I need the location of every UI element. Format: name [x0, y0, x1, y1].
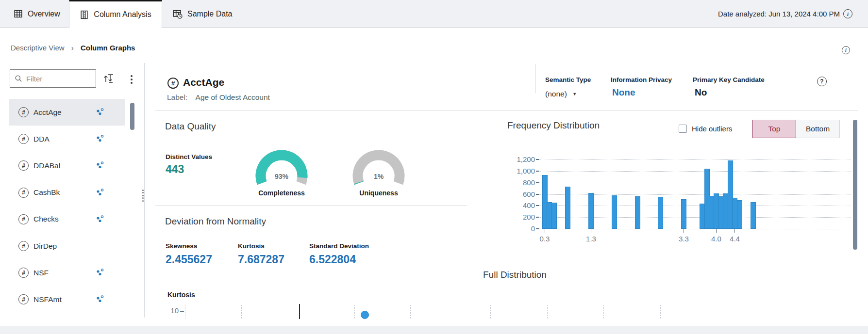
data-quality-title: Data Quality: [165, 121, 216, 132]
kurtosis-gridline: [185, 311, 465, 311]
main-scrollbar[interactable]: [853, 120, 857, 250]
numeric-column-icon: #: [18, 134, 29, 144]
y-tick-mark: [536, 205, 539, 206]
completeness-gauge: 93%Completeness: [255, 148, 308, 189]
sort-icon[interactable]: [102, 73, 115, 85]
column-label-row: Label: Age of Oldest Account: [167, 93, 270, 102]
frequency-bar: [565, 187, 570, 229]
normality-title: Deviation from Normality: [165, 216, 266, 227]
primary-key-label: Primary Key Candidate: [693, 76, 765, 83]
info-icon[interactable]: i: [843, 9, 852, 18]
numeric-column-icon: #: [167, 78, 179, 89]
filter-input[interactable]: [26, 75, 87, 83]
top-button[interactable]: Top: [752, 120, 796, 138]
full-dist-vgrid: [660, 305, 661, 318]
gridline: [540, 229, 851, 229]
sidebar-item-Checks[interactable]: #Checks: [9, 206, 125, 233]
sidebar-divider: [144, 63, 145, 318]
help-icon[interactable]: ?: [817, 77, 827, 86]
frequency-bar: [751, 202, 756, 229]
x-tick-mark: [591, 229, 591, 233]
sidebar-item-DDA[interactable]: #DDA: [9, 126, 125, 152]
y-tick-label: 400: [496, 201, 535, 209]
y-tick-label: 1,000: [496, 167, 535, 175]
sidebar-item-DDABal[interactable]: #DDABal: [9, 152, 125, 179]
breadcrumb-parent[interactable]: Descriptive View: [11, 44, 65, 52]
sidebar-item-NSF[interactable]: #NSF: [9, 259, 125, 286]
information-privacy-value: None: [612, 87, 635, 98]
gridline: [540, 183, 851, 183]
y-tick-label: 200: [496, 213, 535, 221]
column-name: NSFAmt: [33, 295, 62, 304]
x-tick-mark: [684, 229, 684, 233]
y-tick-mark: [536, 217, 539, 218]
y-tick-mark: [536, 194, 539, 195]
uniqueness-gauge: 1%Uniqueness: [352, 148, 405, 189]
scatter-plot-icon[interactable]: [96, 268, 104, 277]
gridline: [540, 194, 851, 195]
kebab-menu-icon[interactable]: [129, 74, 134, 85]
kurtosis-vgrid: [354, 305, 355, 318]
tab-sample-data[interactable]: Sample Data: [171, 0, 234, 28]
breadcrumb-separator: ›: [71, 44, 74, 52]
bottom-bar: [0, 326, 868, 334]
numeric-column-icon: #: [18, 107, 29, 117]
kurtosis-reference-line: [299, 304, 300, 319]
column-name: Checks: [33, 215, 59, 223]
kurtosis-vgrid: [185, 305, 185, 318]
numeric-column-icon: #: [18, 241, 29, 251]
sidebar-item-DirDep[interactable]: #DirDep: [9, 233, 125, 259]
frequency-title: Frequency Distribution: [507, 120, 600, 131]
scatter-plot-icon[interactable]: [96, 161, 104, 170]
scatter-plot-icon[interactable]: [96, 215, 104, 223]
sidebar-item-CashBk[interactable]: #CashBk: [9, 179, 125, 206]
kurtosis-ytick: 10: [160, 306, 179, 315]
tab-column-analysis[interactable]: Column Analysis: [69, 0, 162, 28]
std-deviation-label: Standard Deviation: [309, 242, 369, 250]
column-analysis-page: Overview Column Analysis Sample Data Dat…: [0, 0, 868, 334]
hide-outliers-checkbox[interactable]: [679, 125, 687, 133]
date-analyzed: Date analyzed: Jun 13, 2024 4:00 PM: [718, 0, 840, 28]
panel-splitter-handle[interactable]: [141, 188, 144, 203]
viewport-bottom-mask: [0, 319, 868, 326]
column-name: CashBk: [33, 188, 60, 197]
column-analysis-icon: [80, 10, 89, 19]
distinct-values-label: Distinct Values: [166, 153, 212, 160]
tab-sample-data-label: Sample Data: [187, 10, 233, 18]
tab-bar: Overview Column Analysis Sample Data Dat…: [0, 0, 868, 28]
tab-overview-label: Overview: [28, 10, 60, 18]
numeric-column-icon: #: [18, 160, 29, 171]
filter-box: [10, 69, 96, 88]
frequency-bar: [551, 203, 557, 229]
kurtosis-chart-title: Kurtosis: [167, 291, 195, 299]
sidebar-item-AcctAge[interactable]: #AcctAge: [9, 99, 125, 126]
bottom-button[interactable]: Bottom: [796, 120, 840, 138]
gridline: [540, 171, 851, 172]
section-divider: [155, 110, 858, 111]
sidebar-item-NSFAmt[interactable]: #NSFAmt: [9, 286, 125, 313]
kurtosis-vgrid: [410, 305, 411, 318]
x-tick-mark: [734, 229, 735, 233]
semantic-type-dropdown[interactable]: (none) ▼: [545, 90, 577, 98]
scatter-plot-icon[interactable]: [96, 188, 104, 197]
skewness-label: Skewness: [166, 242, 197, 250]
primary-key-value: No: [695, 87, 707, 98]
scatter-plot-icon[interactable]: [96, 295, 104, 303]
sidebar-scrollbar[interactable]: [130, 103, 134, 130]
x-tick-label: 4.4: [724, 235, 746, 243]
gauge-arc: 1%: [352, 148, 405, 187]
numeric-column-icon: #: [18, 188, 29, 198]
full-dist-vgrid: [603, 305, 604, 318]
gridline: [540, 217, 851, 218]
full-dist-vgrid: [490, 305, 491, 318]
x-tick-label: 0.3: [534, 235, 555, 243]
gauge-label: Completeness: [243, 189, 320, 197]
semantic-type-label: Semantic Type: [545, 76, 591, 83]
tab-overview[interactable]: Overview: [12, 0, 62, 28]
scatter-plot-icon[interactable]: [96, 134, 104, 143]
distinct-values-value: 443: [166, 163, 184, 176]
y-tick-label: 0: [496, 224, 535, 233]
gauge-label: Uniqueness: [340, 189, 417, 197]
scatter-plot-icon[interactable]: [96, 108, 104, 116]
page-info-icon[interactable]: i: [842, 46, 850, 54]
